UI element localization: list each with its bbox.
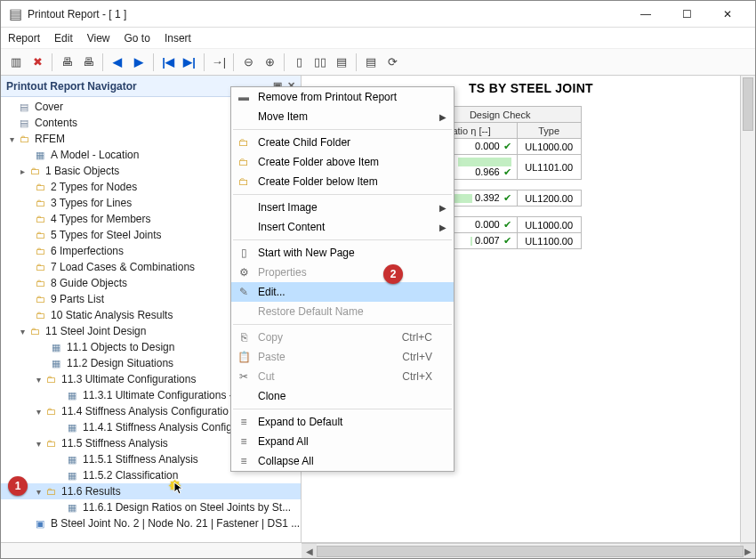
- scroll-left-icon[interactable]: ◀: [302, 544, 317, 559]
- horizontal-scrollbar[interactable]: ◀ ▶: [302, 543, 755, 558]
- menu-goto[interactable]: Go to: [125, 32, 150, 45]
- properties-icon[interactable]: ▤: [361, 53, 381, 72]
- menu-view[interactable]: View: [87, 32, 110, 45]
- tree-contents[interactable]: Contents: [35, 117, 77, 129]
- ctx-clone[interactable]: Clone: [231, 386, 454, 406]
- folder-icon: 🗀: [44, 372, 58, 386]
- expand-all-icon: ≡: [237, 435, 251, 448]
- print-icon[interactable]: 🖶: [57, 53, 76, 72]
- zoom-out-icon[interactable]: ⊖: [238, 53, 258, 72]
- zoom-in-icon[interactable]: ⊕: [260, 53, 279, 72]
- folder-icon: 🗀: [33, 228, 47, 242]
- page-icon[interactable]: ▯: [289, 53, 309, 72]
- tree-11-5[interactable]: 11.5 Stiffness Analysis: [61, 437, 168, 450]
- chevron-down-icon[interactable]: ▾: [17, 327, 28, 336]
- ctx-create-child[interactable]: 🗀Create Child Folder: [231, 133, 454, 152]
- tree-11-4[interactable]: 11.4 Stiffness Analysis Configuratio: [61, 405, 229, 417]
- folder-icon: 🗀: [17, 132, 31, 146]
- menu-report[interactable]: Report: [8, 32, 40, 45]
- chevron-down-icon[interactable]: ▾: [33, 439, 44, 449]
- ctx-expand-all[interactable]: ≡Expand All: [231, 432, 454, 451]
- ctx-start-new-page[interactable]: ▯Start with New Page: [231, 243, 454, 263]
- new-icon[interactable]: ▥: [6, 53, 26, 72]
- tree-11-1[interactable]: 11.1 Objects to Design: [67, 341, 174, 353]
- folder-icon: 🗀: [28, 324, 42, 338]
- tree-11-5-1[interactable]: 11.5.1 Stiffness Analysis: [83, 453, 198, 466]
- edit-icon: ✎: [237, 286, 251, 298]
- ctx-cut: ✂CutCtrl+X: [231, 367, 454, 386]
- chevron-right-icon[interactable]: ▸: [17, 166, 28, 176]
- page-settings-icon[interactable]: ▤: [332, 53, 351, 72]
- nav-last-icon[interactable]: ▶|: [180, 53, 199, 72]
- gear-icon: ⚙: [237, 266, 251, 279]
- tree-11-6[interactable]: 11.6 Results: [61, 485, 121, 498]
- tree-3[interactable]: 3 Types for Lines: [51, 197, 132, 209]
- window-title: Printout Report - [ 1 ]: [28, 8, 625, 20]
- tree-11-4-1[interactable]: 11.4.1 Stiffness Analysis Config: [83, 421, 232, 433]
- close-button[interactable]: ✕: [707, 1, 748, 28]
- menubar: Report Edit View Go to Insert: [1, 28, 755, 49]
- nav-next-icon[interactable]: ▶: [129, 53, 149, 72]
- annotation-badge-1: 1: [8, 476, 28, 496]
- ctx-copy: ⎘CopyCtrl+C: [231, 328, 454, 347]
- print-setup-icon[interactable]: 🖶: [78, 53, 98, 72]
- table-icon: ▦: [65, 500, 79, 514]
- image-icon: ▣: [33, 516, 47, 531]
- window-buttons: — ☐ ✕: [625, 1, 748, 28]
- tree-a-model[interactable]: A Model - Location: [51, 149, 139, 161]
- tree-1[interactable]: 1 Basic Objects: [45, 165, 119, 177]
- table-icon: ▦: [65, 468, 79, 482]
- maximize-button[interactable]: ☐: [666, 1, 707, 28]
- tree-5[interactable]: 5 Types for Steel Joints: [51, 229, 162, 241]
- chevron-down-icon[interactable]: ▾: [6, 134, 17, 144]
- tree-11[interactable]: 11 Steel Joint Design: [45, 325, 146, 337]
- tree-10[interactable]: 10 Static Analysis Results: [51, 309, 173, 321]
- chevron-down-icon[interactable]: ▾: [33, 407, 44, 417]
- table-icon: ▦: [65, 388, 79, 402]
- nav-first-icon[interactable]: |◀: [158, 53, 178, 72]
- menu-insert[interactable]: Insert: [165, 32, 191, 45]
- tree-rfem[interactable]: RFEM: [35, 133, 65, 145]
- ctx-insert-content[interactable]: Insert Content▶: [231, 217, 454, 237]
- nav-prev-icon[interactable]: ◀: [108, 53, 127, 72]
- vertical-scrollbar[interactable]: [740, 76, 755, 542]
- goto-icon[interactable]: →|: [209, 53, 229, 72]
- menu-edit[interactable]: Edit: [54, 32, 73, 45]
- tree-cover[interactable]: Cover: [35, 101, 63, 113]
- tree-11-3-1[interactable]: 11.3.1 Ultimate Configurations -: [83, 389, 233, 401]
- pages-icon[interactable]: ▯▯: [310, 53, 330, 72]
- tree-11-3[interactable]: 11.3 Ultimate Configurations: [61, 373, 196, 385]
- ctx-collapse-all[interactable]: ≡Collapse All: [231, 451, 454, 471]
- tree-2[interactable]: 2 Types for Nodes: [51, 181, 137, 193]
- tree-9[interactable]: 9 Parts List: [51, 293, 104, 305]
- submenu-arrow-icon: ▶: [439, 223, 446, 232]
- tree-8[interactable]: 8 Guide Objects: [51, 277, 127, 289]
- ctx-remove[interactable]: ▬Remove from Printout Report: [231, 87, 454, 107]
- tree-b-steel[interactable]: B Steel Joint No. 2 | Node No. 21 | Fast…: [51, 517, 300, 530]
- folder-icon: 🗀: [33, 276, 47, 290]
- minimize-button[interactable]: —: [625, 1, 666, 28]
- ctx-create-above[interactable]: 🗀Create Folder above Item: [231, 152, 454, 172]
- col-type: Type: [517, 123, 581, 139]
- tree-4[interactable]: 4 Types for Members: [51, 213, 151, 225]
- tree-6[interactable]: 6 Imperfections: [51, 245, 124, 257]
- paste-icon: 📋: [237, 351, 251, 363]
- ctx-create-below[interactable]: 🗀Create Folder below Item: [231, 172, 454, 191]
- page-icon: ▯: [237, 247, 251, 259]
- chevron-down-icon[interactable]: ▾: [33, 375, 44, 385]
- ctx-move[interactable]: Move Item▶: [231, 107, 454, 126]
- ctx-edit[interactable]: ✎Edit...: [231, 282, 454, 302]
- tree-11-2[interactable]: 11.2 Design Situations: [67, 357, 173, 369]
- table-icon: ▦: [49, 356, 63, 370]
- folder-icon: 🗀: [33, 180, 47, 194]
- ctx-expand-default[interactable]: ≡Expand to Default: [231, 412, 454, 432]
- chevron-down-icon[interactable]: ▾: [33, 487, 44, 497]
- tree-11-6-1[interactable]: 11.6.1 Design Ratios on Steel Joints by …: [83, 501, 291, 514]
- delete-icon[interactable]: ✖: [28, 53, 47, 72]
- table-icon: ▦: [65, 452, 79, 466]
- folder-icon: 🗀: [237, 175, 251, 188]
- refresh-icon[interactable]: ⟳: [382, 53, 402, 72]
- tree-11-5-2[interactable]: 11.5.2 Classification: [83, 469, 178, 482]
- tree-7[interactable]: 7 Load Cases & Combinations: [51, 261, 195, 273]
- ctx-insert-image[interactable]: Insert Image▶: [231, 198, 454, 217]
